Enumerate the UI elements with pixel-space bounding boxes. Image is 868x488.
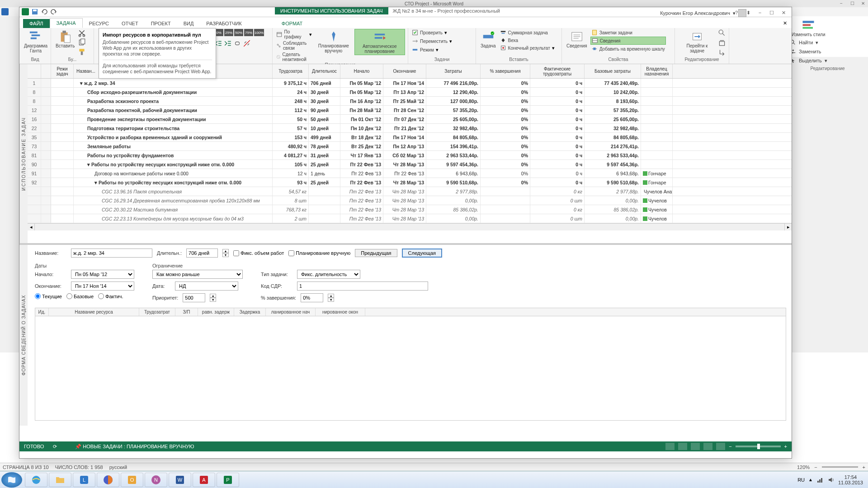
cut-icon[interactable]	[78, 29, 86, 37]
resource-assignment-grid[interactable]: Ид. Название ресурса Трудозатрат З/П рав…	[35, 308, 786, 421]
taskbar-firefox-button[interactable]	[97, 473, 119, 487]
doc-close-button[interactable]: ✕	[778, 19, 792, 28]
manual-schedule-button[interactable]: Планирование вручную	[314, 29, 353, 54]
project-maximize-button[interactable]: ☐	[766, 9, 778, 17]
deliverable-button[interactable]: Конечный результат ▾	[499, 44, 556, 52]
next-button[interactable]: Следующая	[402, 249, 443, 258]
tab-view[interactable]: ВИД	[177, 19, 200, 28]
word-word-count[interactable]: ЧИСЛО СЛОВ: 1 958	[55, 465, 103, 470]
table-row[interactable]: 1▾ ж.д. 2 мкр. 349 375,12 ч706 днейПн 05…	[28, 79, 792, 88]
name-input[interactable]	[71, 249, 152, 258]
details-button[interactable]: Сведения	[590, 37, 666, 45]
taskbar-onenote-button[interactable]: N	[145, 473, 167, 487]
word-maximize-button[interactable]: ☐	[849, 0, 856, 6]
undo-icon[interactable]	[41, 8, 48, 15]
word-zoom-in[interactable]: +	[863, 465, 865, 470]
col-cost[interactable]: Затраты	[426, 64, 481, 78]
col-finish[interactable]: Окончание	[383, 64, 426, 78]
table-row[interactable]: 22Подготовка территории строительства57 …	[28, 124, 792, 133]
col-pct[interactable]: % завершения	[481, 64, 530, 78]
find-icon[interactable]	[718, 29, 726, 37]
word-find-button[interactable]: Найти ▾	[790, 38, 827, 47]
inspect-button[interactable]: Проверить ▾	[411, 29, 448, 36]
constraint-type-select[interactable]: Как можно раньше	[152, 270, 243, 279]
pct-100-button[interactable]: 100%	[254, 29, 264, 36]
tab-project[interactable]: ПРОЕКТ	[145, 19, 177, 28]
tab-resource[interactable]: РЕСУРС	[83, 19, 115, 28]
pct-25-button[interactable]: 25%	[224, 29, 233, 36]
baseline-radio[interactable]: Базовые	[66, 293, 94, 299]
taskbar-acrobat-button[interactable]: A	[193, 473, 215, 487]
add-to-timeline-button[interactable]: Добавить на временную шкалу	[590, 45, 666, 52]
pct-complete-input[interactable]	[301, 293, 323, 302]
subcol-finish[interactable]: нированное окон	[316, 308, 365, 316]
scroll-left-button[interactable]: ◂	[28, 224, 35, 230]
indent-icon[interactable]	[224, 39, 232, 47]
taskbar-project-button[interactable]: P	[217, 473, 239, 487]
horizontal-scrollbar[interactable]: ◂ ▸	[28, 223, 792, 230]
task-notes-button[interactable]: Заметки задачи	[590, 29, 666, 36]
table-row[interactable]: 8Сбор исходно-разрешительной документаци…	[28, 88, 792, 97]
taskbar-lync-button[interactable]: L	[73, 473, 95, 487]
fixed-work-checkbox[interactable]: Фикс. объем работ	[233, 250, 284, 256]
zoom-slider[interactable]	[736, 446, 781, 447]
table-row[interactable]: 73Земляные работы480,92 ч78 днейВт 25 Де…	[28, 142, 792, 151]
network-icon[interactable]	[816, 476, 824, 483]
table-row[interactable]: 92▾ Работы по устройству несущих констру…	[28, 178, 792, 187]
scroll-right-button[interactable]: ▸	[784, 224, 792, 230]
respect-links-button[interactable]: Соблюдать связи	[275, 40, 313, 51]
project-minimize-button[interactable]: −	[754, 9, 766, 17]
word-minimize-button[interactable]: −	[838, 0, 845, 6]
mode-button[interactable]: Режим ▾	[411, 46, 439, 53]
subcol-id[interactable]: Ид.	[35, 308, 49, 316]
duration-input[interactable]	[186, 249, 218, 258]
table-row[interactable]: 16Проведение экспертизы проектной докуме…	[28, 115, 792, 124]
subcol-work[interactable]: Трудозатрат	[139, 308, 175, 316]
project-ribbon-collapse[interactable]: ⬍	[742, 9, 754, 17]
table-row[interactable]: CGC 16.29.14 Деревянная антисептированна…	[28, 196, 792, 205]
pct-50-button[interactable]: 50%	[234, 29, 243, 36]
col-actual-work[interactable]: Фактические трудозатраты	[530, 64, 585, 78]
table-row[interactable]: 35Устройство и разборка временных зданий…	[28, 133, 792, 142]
word-zoom-out[interactable]: −	[814, 465, 817, 470]
actual-radio[interactable]: Фактич.	[98, 293, 123, 299]
redo-icon[interactable]	[50, 8, 57, 15]
tray-lang[interactable]: RU	[797, 477, 805, 483]
milestone-button[interactable]: Веха	[499, 37, 556, 44]
tray-expand-icon[interactable]: ▲	[808, 477, 813, 482]
volume-icon[interactable]	[827, 476, 835, 483]
taskbar-ie-button[interactable]	[25, 473, 47, 487]
project-close-button[interactable]: ✕	[778, 9, 789, 17]
taskbar-outlook-button[interactable]: O	[121, 473, 143, 487]
view-gantt-button[interactable]	[665, 443, 675, 450]
tab-file[interactable]: ФАЙЛ	[23, 19, 50, 28]
taskbar-explorer-button[interactable]	[49, 473, 71, 487]
change-styles-icon[interactable]	[802, 19, 815, 32]
fill-icon[interactable]	[718, 48, 726, 56]
gantt-chart-button[interactable]: Диаграмма Ганта	[22, 29, 49, 54]
information-button[interactable]: Сведения	[565, 29, 589, 49]
current-radio[interactable]: Текущие	[35, 293, 62, 299]
paste-button[interactable]: Вставить	[54, 29, 76, 49]
move-button[interactable]: Переместить ▾	[411, 38, 453, 45]
project-help-button[interactable]: ?	[731, 9, 742, 17]
on-track-button[interactable]: По графику ▾	[275, 29, 313, 40]
tab-developer[interactable]: РАЗРАБОТЧИК	[200, 19, 248, 28]
task-type-select[interactable]: Фикс. длительность	[297, 270, 360, 279]
word-close-button[interactable]: ✕	[859, 0, 867, 6]
table-row[interactable]: 91Договор на монтажные работы ниже 0.000…	[28, 169, 792, 178]
make-inactive-button[interactable]: Сделать неактивной	[275, 52, 313, 62]
word-language[interactable]: русский	[109, 465, 127, 470]
tab-task[interactable]: ЗАДАЧА	[50, 18, 83, 28]
link-icon[interactable]	[233, 39, 241, 47]
manual-checkbox[interactable]: Планирование вручную	[288, 250, 350, 256]
priority-input[interactable]	[183, 293, 205, 302]
col-duration[interactable]: Длительнос	[309, 64, 340, 78]
clear-icon[interactable]	[718, 38, 726, 47]
tab-report[interactable]: ОТЧЕТ	[115, 19, 145, 28]
word-select-button[interactable]: Выделить ▾	[790, 56, 827, 65]
table-row[interactable]: 8Разработка эскизного проекта248 ч30 дне…	[28, 97, 792, 106]
col-owner[interactable]: Владелец назначения	[641, 64, 673, 78]
start-button[interactable]	[1, 472, 22, 488]
subcol-resname[interactable]: Название ресурса	[49, 308, 139, 316]
